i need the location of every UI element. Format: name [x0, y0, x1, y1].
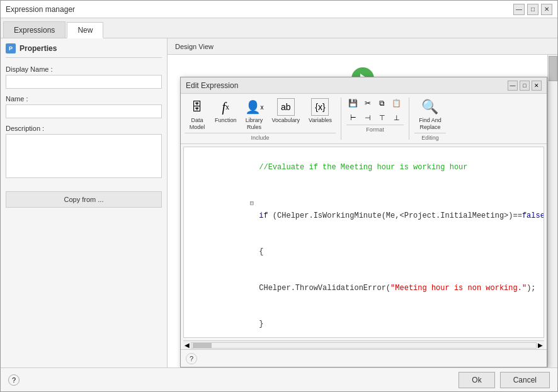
window-bottom: ? Ok Cancel	[1, 367, 557, 391]
description-label: Description :	[6, 125, 162, 132]
toolbar-fmt1-btn[interactable]: ⊢	[346, 111, 360, 125]
toolbar-variables[interactable]: {x} Variables	[305, 96, 336, 133]
scroll-right-btn[interactable]: ▶	[537, 342, 544, 349]
toolbar-separator-1	[341, 98, 341, 140]
left-panel: P Properties Display Name : Name : Descr…	[1, 38, 168, 367]
dialog-help-icon[interactable]: ?	[186, 353, 197, 364]
collapse-gutter: ⊟	[250, 199, 258, 209]
close-button[interactable]: ✕	[541, 4, 552, 15]
vocabulary-icon: ab	[277, 98, 295, 116]
toolbar-cut-btn[interactable]: ✂	[361, 96, 375, 110]
design-view-scrollbar[interactable]	[547, 55, 557, 367]
code-line-2: ⊟ if (CHelper.IsWorkingMinute(Me,<Projec…	[186, 186, 541, 234]
toolbar-data-model[interactable]: 🗄 DataModel	[185, 96, 210, 133]
description-input[interactable]	[6, 134, 162, 178]
toolbar-format-group: 💾 ✂ ⧉ 📋 ⊢ ⊣ ⊤ ⊥	[346, 96, 404, 141]
toolbar-separator-2	[409, 98, 409, 140]
expression-toolbar: 🗄 DataModel fx Function 👤x LibraryRules	[181, 94, 547, 144]
dialog-bottom: ?	[181, 349, 547, 367]
code-line-1: //Evaluate if the Meeting hour is workin…	[186, 150, 541, 186]
scrollbar-thumb	[549, 56, 557, 81]
dialog-title-bar: Edit Expression — □ ✕	[181, 77, 547, 94]
display-name-input[interactable]	[6, 75, 162, 89]
display-name-group: Display Name :	[6, 65, 162, 89]
title-bar-left: Expression manager	[6, 5, 75, 14]
tabs-row: Expressions New	[1, 18, 557, 38]
main-content: P Properties Display Name : Name : Descr…	[1, 38, 557, 367]
format-label: Format	[346, 125, 404, 133]
name-group: Name :	[6, 95, 162, 118]
help-button[interactable]: ?	[8, 374, 20, 386]
toolbar-library-rules[interactable]: 👤x LibraryRules	[242, 96, 267, 133]
scroll-left-btn[interactable]: ◀	[183, 342, 191, 349]
toolbar-paste-btn[interactable]: 📋	[390, 96, 404, 110]
include-label: Include	[185, 133, 336, 141]
properties-icon: P	[6, 43, 16, 53]
toolbar-fmt3-btn[interactable]: ⊤	[375, 111, 389, 125]
code-horizontal-scrollbar[interactable]: ◀ ▶	[183, 340, 544, 349]
copy-from-button[interactable]: Copy from ...	[6, 191, 162, 208]
toolbar-editing-group: 🔍 Find AndReplace Editing	[414, 96, 446, 141]
window-title: Expression manager	[6, 5, 75, 14]
tab-expressions[interactable]: Expressions	[3, 21, 65, 38]
maximize-button[interactable]: □	[527, 4, 538, 15]
toolbar-vocabulary[interactable]: ab Vocabulary	[268, 96, 304, 133]
tab-new[interactable]: New	[67, 22, 103, 38]
design-view-content: ⚠ Validatemeeting Edit Expression — □ ✕	[168, 55, 557, 367]
ok-button[interactable]: Ok	[458, 372, 494, 388]
dialog-title: Edit Expression	[186, 81, 238, 90]
dialog-minimize-button[interactable]: —	[508, 81, 518, 91]
dialog-maximize-button[interactable]: □	[520, 81, 530, 91]
title-bar-controls: — □ ✕	[513, 4, 552, 15]
name-label: Name :	[6, 95, 162, 103]
scroll-thumb	[193, 343, 212, 348]
edit-expression-dialog: Edit Expression — □ ✕	[180, 77, 547, 367]
design-view-tab: Design View	[168, 38, 557, 55]
function-icon: fx	[217, 98, 234, 116]
data-model-icon: 🗄	[188, 98, 206, 116]
description-group: Description :	[6, 125, 162, 180]
toolbar-fmt4-btn[interactable]: ⊥	[390, 111, 404, 125]
scroll-track	[191, 342, 537, 349]
code-line-3: {	[186, 234, 541, 271]
properties-header: P Properties	[6, 43, 162, 58]
minimize-button[interactable]: —	[513, 4, 525, 15]
main-window: Expression manager — □ ✕ Expressions New…	[0, 0, 558, 392]
cancel-button[interactable]: Cancel	[500, 372, 550, 388]
code-editor[interactable]: //Evaluate if the Meeting hour is workin…	[183, 147, 544, 338]
code-line-5: }	[186, 306, 541, 338]
toolbar-include-group: 🗄 DataModel fx Function 👤x LibraryRules	[185, 96, 336, 141]
display-name-label: Display Name :	[6, 65, 162, 73]
code-line-4: CHelper.ThrowValidationError("Meeting ho…	[186, 270, 541, 306]
find-replace-icon: 🔍	[421, 98, 439, 116]
toolbar-find-replace[interactable]: 🔍 Find AndReplace	[414, 96, 446, 133]
toolbar-save-btn[interactable]: 💾	[346, 96, 360, 110]
dialog-close-button[interactable]: ✕	[532, 81, 542, 91]
bottom-buttons: Ok Cancel	[458, 372, 550, 388]
toolbar-copy-btn[interactable]: ⧉	[375, 96, 389, 110]
name-input[interactable]	[6, 104, 162, 118]
editing-label: Editing	[414, 133, 446, 141]
library-rules-icon: 👤x	[246, 98, 263, 116]
properties-label: Properties	[20, 44, 57, 53]
title-bar: Expression manager — □ ✕	[1, 1, 557, 18]
toolbar-fmt2-btn[interactable]: ⊣	[361, 111, 375, 125]
variables-icon: {x}	[311, 98, 329, 116]
dialog-title-controls: — □ ✕	[508, 81, 542, 91]
right-panel: Design View ⚠ Validatemeeting	[168, 38, 557, 367]
toolbar-function[interactable]: fx Function	[211, 96, 241, 133]
